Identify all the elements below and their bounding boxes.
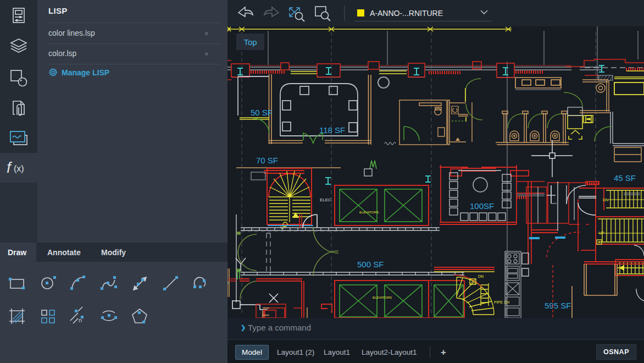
svg-text:100SF: 100SF <box>470 201 494 211</box>
svg-text:45 SF: 45 SF <box>614 173 636 183</box>
svg-text:DN: DN <box>478 274 484 278</box>
svg-text:ELEC.: ELEC. <box>320 197 332 202</box>
svg-text:DN: DN <box>603 198 608 202</box>
svg-text:f: f <box>7 160 13 176</box>
svg-text:118 SF: 118 SF <box>319 125 345 135</box>
svg-text:50 SF: 50 SF <box>251 108 273 117</box>
svg-text:70 SF: 70 SF <box>256 156 278 165</box>
svg-text:n: n <box>79 317 82 323</box>
svg-text:UP: UP <box>599 231 604 235</box>
svg-text:PIPE CH: PIPE CH <box>494 300 509 304</box>
svg-text:ELEVATORS: ELEVATORS <box>373 296 392 299</box>
svg-text:(x): (x) <box>14 164 24 173</box>
svg-text:595 SF: 595 SF <box>545 301 571 310</box>
svg-text:A-ANNO-...RNITURE: A-ANNO-...RNITURE <box>370 9 443 18</box>
svg-text:500 SF: 500 SF <box>357 260 384 269</box>
svg-text:ELEVATORS: ELEVATORS <box>359 211 379 214</box>
